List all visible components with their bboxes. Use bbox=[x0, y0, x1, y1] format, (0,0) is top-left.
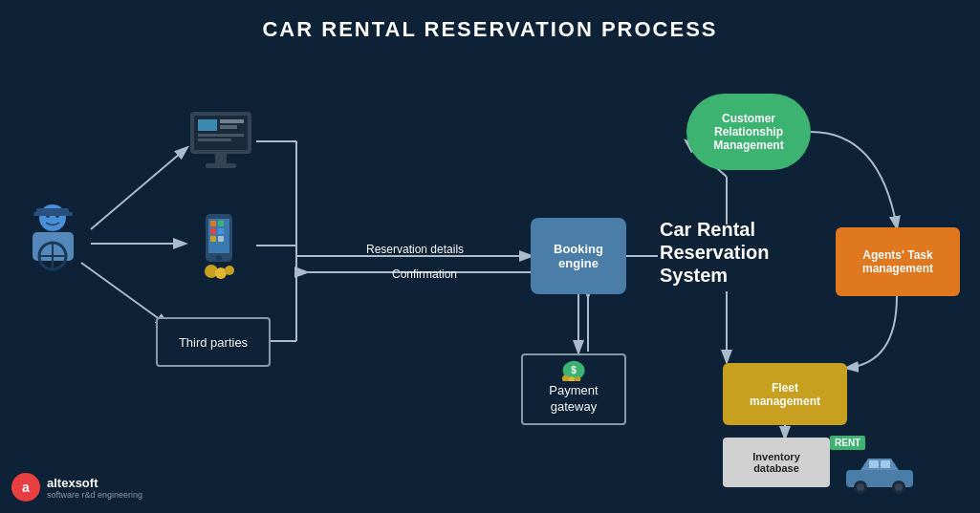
svg-rect-32 bbox=[198, 139, 231, 141]
altexsoft-text: altexsoft software r&d engineering bbox=[47, 476, 142, 500]
diagram-container: CAR RENTAL RESERVATION PROCESS bbox=[0, 0, 980, 513]
svg-point-53 bbox=[895, 483, 903, 491]
svg-rect-38 bbox=[218, 221, 224, 226]
mobile-icon bbox=[185, 210, 253, 279]
svg-point-51 bbox=[857, 483, 864, 491]
payment-gateway-box: $ Payment gateway bbox=[521, 353, 626, 425]
svg-rect-21 bbox=[33, 212, 73, 216]
crm-box: Customer Relationship Management bbox=[686, 94, 811, 170]
svg-rect-37 bbox=[210, 221, 216, 226]
svg-rect-40 bbox=[218, 228, 224, 234]
svg-text:$: $ bbox=[571, 365, 577, 375]
svg-rect-28 bbox=[198, 119, 217, 131]
svg-rect-31 bbox=[198, 134, 244, 137]
svg-rect-41 bbox=[210, 236, 216, 242]
svg-rect-49 bbox=[881, 460, 890, 468]
fleet-box: Fleet management bbox=[723, 363, 847, 425]
page-title: CAR RENTAL RESERVATION PROCESS bbox=[0, 0, 980, 42]
altexsoft-logo: a altexsoft software r&d engineering bbox=[11, 473, 142, 502]
reservation-details-label: Reservation details bbox=[366, 243, 464, 256]
svg-line-0 bbox=[91, 148, 186, 229]
svg-rect-29 bbox=[220, 119, 244, 123]
inventory-box: Inventory database bbox=[723, 438, 830, 487]
svg-rect-39 bbox=[210, 228, 216, 234]
third-parties-box: Third parties bbox=[156, 317, 271, 367]
agents-box: Agents' Task management bbox=[836, 227, 960, 296]
svg-line-2 bbox=[81, 263, 167, 325]
svg-rect-48 bbox=[869, 460, 879, 468]
svg-rect-33 bbox=[215, 154, 227, 163]
booking-engine-box: Booking engine bbox=[531, 218, 626, 294]
driver-icon bbox=[17, 201, 89, 282]
crrs-label: Car Rental Reservation System bbox=[660, 218, 808, 287]
confirmation-label: Confirmation bbox=[392, 267, 457, 281]
altexsoft-icon: a bbox=[11, 473, 40, 502]
svg-point-43 bbox=[216, 255, 222, 261]
svg-point-46 bbox=[225, 266, 234, 275]
monitor-icon bbox=[186, 110, 255, 172]
rent-tag: RENT bbox=[830, 436, 865, 450]
svg-rect-30 bbox=[220, 125, 237, 129]
svg-rect-34 bbox=[206, 163, 236, 168]
svg-rect-42 bbox=[218, 236, 224, 242]
car-icon bbox=[841, 451, 918, 498]
